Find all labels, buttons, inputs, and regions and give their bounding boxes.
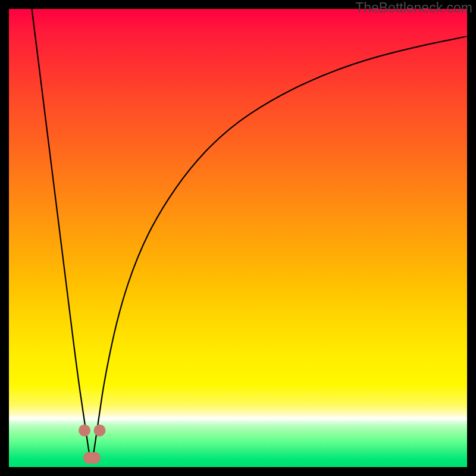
valley-marker-left-shoulder xyxy=(79,424,90,436)
valley-marker-right-shoulder xyxy=(93,424,105,436)
valley-marker-valley-right xyxy=(89,452,101,464)
watermark-text: TheBottleneck.com xyxy=(355,0,472,16)
bottleneck-curve xyxy=(32,9,468,462)
plot-area xyxy=(9,9,467,467)
valley-markers xyxy=(79,424,105,464)
chart-frame: TheBottleneck.com xyxy=(0,0,476,476)
curve-layer xyxy=(9,9,467,467)
curve-path xyxy=(32,9,468,462)
